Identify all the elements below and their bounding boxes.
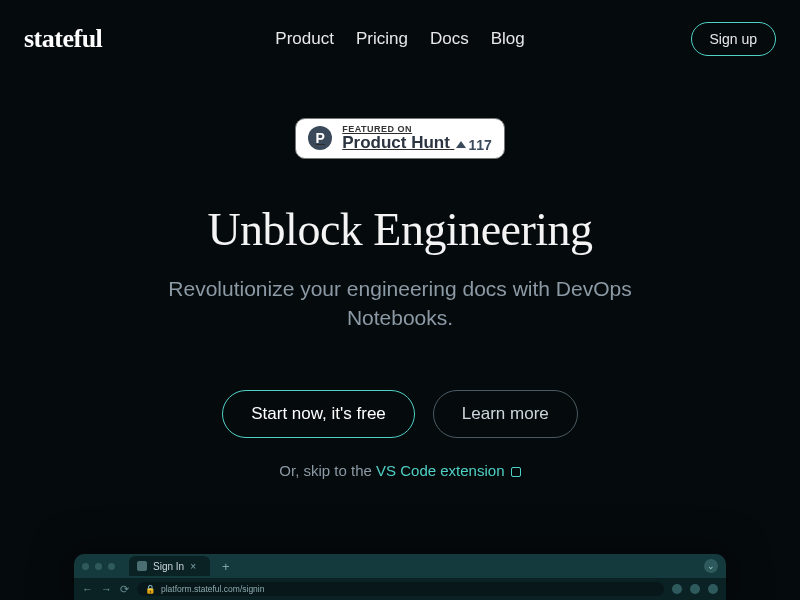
hero-subhead: Revolutionize your engineering docs with… — [120, 274, 680, 333]
url-text: platform.stateful.com/signin — [161, 584, 264, 594]
browser-toolbar: ← → ⟳ 🔒 platform.stateful.com/signin — [74, 578, 726, 600]
external-link-icon — [511, 467, 521, 477]
learn-more-button[interactable]: Learn more — [433, 390, 578, 438]
signup-button[interactable]: Sign up — [691, 22, 776, 56]
new-tab-button[interactable]: + — [222, 559, 230, 574]
lock-icon: 🔒 — [145, 584, 156, 594]
menu-icon[interactable] — [708, 584, 718, 594]
skip-line: Or, skip to the VS Code extension — [60, 462, 740, 479]
main-nav: Product Pricing Docs Blog — [275, 29, 524, 49]
browser-tab[interactable]: Sign In × — [129, 556, 210, 576]
tab-title: Sign In — [153, 561, 184, 572]
badge-upvote-count: 117 — [456, 138, 491, 152]
traffic-light-icon — [95, 563, 102, 570]
nav-product[interactable]: Product — [275, 29, 334, 49]
brand-logo[interactable]: stateful — [24, 24, 102, 54]
tab-overflow-button[interactable]: ⌄ — [704, 559, 718, 573]
browser-tabstrip: Sign In × + ⌄ — [74, 554, 726, 578]
hero-section: P FEATURED ON Product Hunt 117 Unblock E… — [0, 118, 800, 479]
product-hunt-badge[interactable]: P FEATURED ON Product Hunt 117 — [295, 118, 504, 159]
reload-icon[interactable]: ⟳ — [120, 583, 129, 596]
toolbar-right — [672, 584, 718, 594]
product-hunt-icon: P — [308, 126, 332, 150]
skip-prefix: Or, skip to the — [279, 462, 376, 479]
extension-icon[interactable] — [672, 584, 682, 594]
vscode-extension-link[interactable]: VS Code extension — [376, 462, 521, 479]
start-now-button[interactable]: Start now, it's free — [222, 390, 415, 438]
nav-pricing[interactable]: Pricing — [356, 29, 408, 49]
tab-favicon-icon — [137, 561, 147, 571]
forward-icon[interactable]: → — [101, 583, 112, 595]
traffic-light-icon — [82, 563, 89, 570]
nav-docs[interactable]: Docs — [430, 29, 469, 49]
address-bar[interactable]: 🔒 platform.stateful.com/signin — [137, 582, 664, 596]
traffic-light-icon — [108, 563, 115, 570]
site-header: stateful Product Pricing Docs Blog Sign … — [0, 0, 800, 56]
cta-row: Start now, it's free Learn more — [60, 390, 740, 438]
badge-site-name: Product Hunt — [342, 133, 450, 152]
profile-icon[interactable] — [690, 584, 700, 594]
hero-headline: Unblock Engineering — [60, 203, 740, 256]
back-icon[interactable]: ← — [82, 583, 93, 595]
browser-mock: Sign In × + ⌄ ← → ⟳ 🔒 platform.stateful.… — [74, 554, 726, 600]
product-hunt-text: FEATURED ON Product Hunt 117 — [342, 125, 491, 152]
caret-up-icon — [456, 141, 466, 148]
nav-blog[interactable]: Blog — [491, 29, 525, 49]
tab-close-icon[interactable]: × — [190, 561, 196, 572]
